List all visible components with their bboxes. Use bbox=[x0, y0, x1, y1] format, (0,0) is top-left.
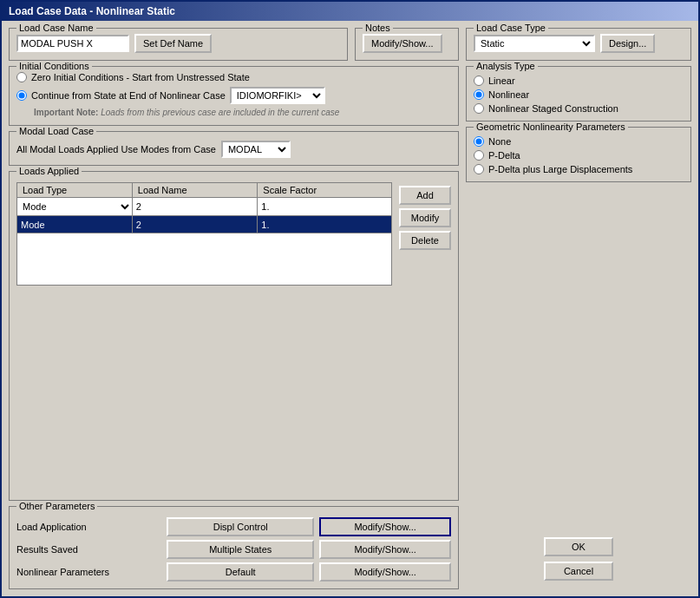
scale-factor-cell: 1. bbox=[258, 198, 392, 216]
load-case-type-group: Load Case Type Static Response Spectrum … bbox=[466, 28, 691, 61]
analysis-type-option: Nonlinear Staged Construction bbox=[474, 103, 684, 114]
analysis-type-label-2: Nonlinear Staged Construction bbox=[488, 103, 618, 114]
other-param-value-btn-1[interactable]: Multiple States bbox=[167, 540, 314, 559]
geo-nonlinearity-label-0: None bbox=[488, 136, 511, 147]
load-type-select[interactable]: Mode bbox=[17, 198, 132, 215]
modify-load-button[interactable]: Modify bbox=[399, 208, 451, 227]
set-def-name-button[interactable]: Set Def Name bbox=[134, 34, 212, 53]
nonlinear-case-dropdown[interactable]: IDIOMORFIKI> bbox=[230, 87, 325, 104]
analysis-type-group: Analysis Type LinearNonlinearNonlinear S… bbox=[466, 66, 691, 122]
continue-state-text: Continue from State at End of Nonlinear … bbox=[31, 90, 226, 101]
other-param-modify-btn-2[interactable]: Modify/Show... bbox=[319, 562, 451, 582]
important-note-label: Important Note: bbox=[34, 108, 98, 117]
delete-load-button[interactable]: Delete bbox=[399, 231, 451, 250]
other-param-value-btn-2[interactable]: Default bbox=[167, 562, 314, 582]
window-title: Load Case Data - Nonlinear Static bbox=[9, 5, 175, 17]
other-param-label-2: Nonlinear Parameters bbox=[16, 567, 161, 577]
add-load-button[interactable]: Add bbox=[399, 186, 451, 205]
notes-group: Notes Modify/Show... bbox=[355, 28, 459, 61]
geo-nonlinearity-option: P-Delta bbox=[474, 150, 684, 161]
zero-initial-text: Zero Initial Conditions - Start from Uns… bbox=[31, 72, 250, 82]
analysis-type-label-1: Nonlinear bbox=[488, 89, 529, 100]
analysis-type-radio-2[interactable] bbox=[474, 103, 484, 114]
scale-factor-cell: 1. bbox=[258, 216, 392, 233]
modal-case-dropdown[interactable]: MODAL bbox=[221, 141, 291, 158]
table-row[interactable]: Mode21. bbox=[17, 216, 392, 233]
important-note-text: Loads from this previous case are includ… bbox=[101, 108, 339, 117]
table-row[interactable]: Mode21. bbox=[17, 198, 392, 216]
left-panel: Load Case Name Set Def Name Notes Modify… bbox=[9, 28, 459, 589]
geo-nonlinearity-option: P-Delta plus Large Displacements bbox=[474, 164, 684, 174]
geo-nonlinearity-radio-2[interactable] bbox=[474, 164, 484, 174]
continue-state-radio[interactable] bbox=[16, 90, 27, 101]
load-case-name-group: Load Case Name Set Def Name bbox=[9, 28, 348, 61]
title-bar: Load Case Data - Nonlinear Static bbox=[2, 2, 698, 21]
cancel-button[interactable]: Cancel bbox=[544, 562, 613, 581]
load-name-cell: 2 bbox=[132, 216, 258, 233]
analysis-type-radio-1[interactable] bbox=[474, 89, 484, 100]
loads-table: Load Type Load Name Scale Factor Mode21.… bbox=[16, 182, 392, 233]
ok-cancel-section: OK Cancel bbox=[466, 537, 691, 589]
modal-load-case-label: Modal Load Case bbox=[16, 126, 96, 136]
analysis-type-radio-0[interactable] bbox=[474, 76, 484, 86]
modal-load-case-desc: All Modal Loads Applied Use Modes from C… bbox=[16, 144, 216, 154]
notes-modify-show-button[interactable]: Modify/Show... bbox=[363, 34, 442, 53]
loads-buttons: Add Modify Delete bbox=[399, 182, 451, 286]
geo-nonlinearity-label-2: P-Delta plus Large Displacements bbox=[488, 164, 632, 174]
geo-nonlinearity-radio-0[interactable] bbox=[474, 136, 484, 147]
right-panel: Load Case Type Static Response Spectrum … bbox=[466, 28, 691, 589]
load-case-name-label: Load Case Name bbox=[16, 23, 96, 33]
other-param-modify-btn-0[interactable]: Modify/Show... bbox=[319, 517, 451, 536]
initial-conditions-label: Initial Conditions bbox=[16, 61, 92, 71]
load-case-type-label: Load Case Type bbox=[474, 23, 548, 33]
modal-load-case-group: Modal Load Case All Modal Loads Applied … bbox=[9, 131, 459, 166]
other-param-label-0: Load Application bbox=[16, 522, 161, 532]
analysis-type-option: Nonlinear bbox=[474, 89, 684, 100]
analysis-type-option: Linear bbox=[474, 76, 684, 86]
load-name-cell: 2 bbox=[132, 198, 258, 216]
analysis-type-label: Analysis Type bbox=[474, 61, 538, 71]
other-param-modify-btn-1[interactable]: Modify/Show... bbox=[319, 540, 451, 559]
load-case-type-dropdown[interactable]: Static Response Spectrum Time History St… bbox=[474, 35, 595, 52]
col-scale-factor: Scale Factor bbox=[258, 183, 392, 198]
geo-nonlinearity-radio-1[interactable] bbox=[474, 150, 484, 161]
other-parameters-group: Other Parameters Load ApplicationDispl C… bbox=[9, 506, 459, 589]
col-load-name: Load Name bbox=[132, 183, 258, 198]
loads-applied-label: Loads Applied bbox=[16, 166, 82, 176]
geo-nonlinearity-label-1: P-Delta bbox=[488, 150, 520, 161]
load-case-name-input[interactable] bbox=[16, 35, 129, 52]
notes-label: Notes bbox=[363, 23, 393, 33]
geometric-nonlinearity-group: Geometric Nonlinearity Parameters NoneP-… bbox=[466, 127, 691, 182]
main-window: Load Case Data - Nonlinear Static Load C… bbox=[0, 0, 700, 598]
other-param-value-btn-0[interactable]: Displ Control bbox=[167, 517, 314, 536]
other-parameters-label: Other Parameters bbox=[16, 501, 97, 511]
geometric-nonlinearity-label: Geometric Nonlinearity Parameters bbox=[474, 122, 628, 132]
analysis-type-label-0: Linear bbox=[488, 76, 515, 86]
ok-button[interactable]: OK bbox=[544, 537, 613, 556]
zero-initial-radio[interactable] bbox=[16, 72, 27, 82]
other-param-label-1: Results Saved bbox=[16, 544, 161, 555]
col-load-type: Load Type bbox=[17, 183, 133, 198]
initial-conditions-group: Initial Conditions Zero Initial Conditio… bbox=[9, 66, 459, 126]
geo-nonlinearity-option: None bbox=[474, 136, 684, 147]
loads-applied-group: Loads Applied Load Type Load Name Scale … bbox=[9, 171, 459, 501]
design-button[interactable]: Design... bbox=[600, 34, 655, 53]
